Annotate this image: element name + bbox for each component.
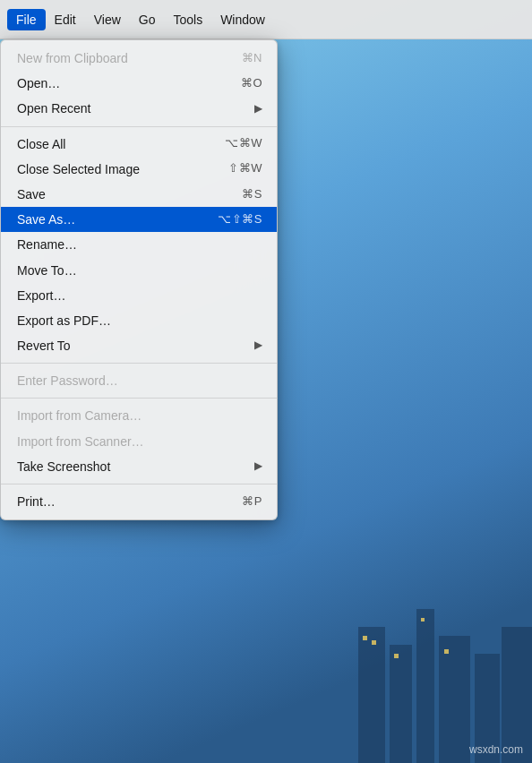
menu-item-close-selected-image[interactable]: Close Selected Image ⇧⌘W (1, 157, 277, 182)
menu-divider-1 (1, 126, 277, 127)
menu-bar-go[interactable]: Go (130, 9, 165, 30)
svg-rect-1 (358, 627, 385, 763)
menu-item-move-to[interactable]: Move To… (1, 258, 277, 283)
menu-section-5: Print… ⌘P (1, 487, 277, 516)
menu-divider-4 (1, 484, 277, 484)
svg-rect-7 (363, 636, 367, 640)
svg-rect-11 (444, 649, 449, 654)
menu-item-export[interactable]: Export… (1, 283, 277, 308)
menu-bar-edit[interactable]: Edit (46, 9, 85, 30)
menu-bar-view[interactable]: View (85, 9, 130, 30)
menu-bar-window[interactable]: Window (211, 9, 274, 30)
menu-item-print[interactable]: Print… ⌘P (1, 489, 277, 514)
svg-rect-3 (416, 609, 434, 763)
menu-item-open-recent[interactable]: Open Recent ▶ (1, 96, 277, 121)
watermark: wsxdn.com (469, 743, 523, 756)
menu-item-take-screenshot[interactable]: Take Screenshot ▶ (1, 454, 277, 479)
menu-item-revert-to[interactable]: Revert To ▶ (1, 333, 277, 358)
menu-divider-3 (1, 398, 277, 399)
svg-rect-4 (439, 636, 470, 763)
menu-item-open[interactable]: Open… ⌘O (1, 71, 277, 96)
menu-item-rename[interactable]: Rename… (1, 232, 277, 257)
menu-bar: File Edit View Go Tools Window (0, 0, 532, 39)
menu-item-save-as[interactable]: Save As… ⌥⇧⌘S (1, 207, 277, 232)
menu-item-enter-password[interactable]: Enter Password… (1, 368, 277, 393)
menu-item-import-from-scanner[interactable]: Import from Scanner… (1, 429, 277, 454)
menu-item-close-all[interactable]: Close All ⌥⌘W (1, 132, 277, 157)
svg-rect-10 (421, 618, 425, 622)
menu-divider-2 (1, 363, 277, 364)
menu-item-new-from-clipboard[interactable]: New from Clipboard ⌘N (1, 46, 277, 71)
svg-rect-2 (390, 645, 412, 763)
menu-item-import-from-camera[interactable]: Import from Camera… (1, 403, 277, 428)
menu-item-save[interactable]: Save ⌘S (1, 182, 277, 207)
menu-item-export-as-pdf[interactable]: Export as PDF… (1, 308, 277, 333)
svg-rect-9 (394, 654, 399, 658)
svg-rect-8 (372, 640, 376, 645)
menu-section-4: Import from Camera… Import from Scanner…… (1, 401, 277, 481)
menu-section-3: Enter Password… (1, 366, 277, 395)
menu-section-1: New from Clipboard ⌘N Open… ⌘O Open Rece… (1, 44, 277, 124)
file-menu-dropdown: New from Clipboard ⌘N Open… ⌘O Open Rece… (0, 39, 278, 520)
menu-bar-file[interactable]: File (7, 9, 46, 30)
menu-bar-tools[interactable]: Tools (164, 9, 211, 30)
menu-section-2: Close All ⌥⌘W Close Selected Image ⇧⌘W S… (1, 130, 277, 361)
